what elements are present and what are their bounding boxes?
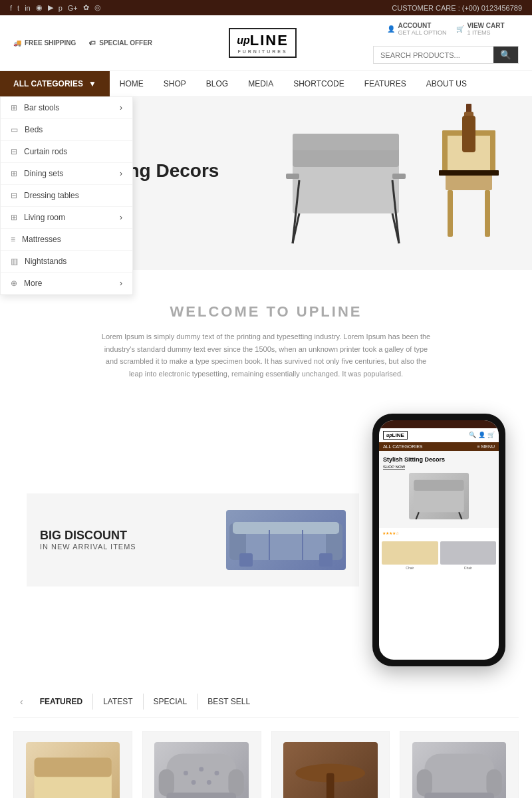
nav-media[interactable]: MEDIA bbox=[238, 71, 283, 96]
nav-features[interactable]: FEATURES bbox=[354, 71, 416, 96]
mobile-topbar bbox=[379, 420, 499, 428]
cart-sub: 1 ITEMS bbox=[467, 29, 504, 36]
dropdown-item-curtain-rods[interactable]: ⊟ Curtain rods bbox=[1, 141, 132, 163]
tab-featured[interactable]: FEATURED bbox=[30, 694, 93, 710]
dropdown-item-bar-stools[interactable]: ⊞ Bar stools › bbox=[1, 97, 132, 119]
search-input[interactable] bbox=[374, 47, 493, 63]
site-logo[interactable]: up LINE FURNITURES bbox=[229, 28, 297, 58]
mobile-product-img-1 bbox=[382, 541, 438, 565]
customer-care: CUSTOMER CARE : (+00) 0123456789 bbox=[392, 4, 522, 12]
header-actions: 👤 ACCOUNT GET ALL OPTION 🛒 VIEW CART 1 I… bbox=[387, 22, 504, 36]
svg-rect-11 bbox=[448, 190, 453, 237]
mobile-shop-now: SHOP NOW bbox=[383, 465, 405, 469]
svg-point-45 bbox=[192, 780, 196, 785]
rss-icon[interactable]: ◉ bbox=[36, 3, 43, 12]
mobile-search-icon: 🔍 bbox=[469, 432, 476, 438]
dropdown-item-beds[interactable]: ▭ Beds bbox=[1, 119, 132, 141]
svg-point-43 bbox=[200, 767, 204, 771]
svg-rect-25 bbox=[233, 522, 339, 534]
mobile-logo-row: upLINE 🔍 👤 🛒 bbox=[379, 428, 499, 442]
pinterest-icon[interactable]: p bbox=[59, 4, 63, 12]
dropdown-item-more[interactable]: ⊕ More › bbox=[1, 273, 132, 295]
dropdown-item-dining-sets[interactable]: ⊞ Dining sets › bbox=[1, 163, 132, 185]
products-nav: ‹ FEATURED LATEST SPECIAL BEST SELL bbox=[13, 693, 519, 718]
social-icons[interactable]: f t in ◉ ▶ p G+ ✿ ◎ bbox=[10, 3, 101, 12]
svg-rect-50 bbox=[424, 753, 494, 796]
category-label: Nightstands bbox=[25, 257, 66, 266]
mobile-products: Chair Chair bbox=[379, 538, 499, 573]
googleplus-icon[interactable]: G+ bbox=[68, 4, 78, 12]
mobile-product-name-1: Chair bbox=[382, 566, 438, 570]
curtain-icon: ⊟ bbox=[11, 147, 17, 156]
header-badges: 🚚 FREE SHIPPING 🏷 SPECIAL OFFER bbox=[13, 39, 152, 47]
special-offer-label: SPECIAL OFFER bbox=[99, 39, 152, 47]
nav-blog[interactable]: BLOG bbox=[196, 71, 238, 96]
linkedin-icon[interactable]: in bbox=[25, 4, 31, 12]
all-categories-button[interactable]: ALL CATEGORIES ▼ bbox=[0, 71, 110, 96]
living-icon: ⊞ bbox=[11, 213, 17, 222]
cart-button[interactable]: 🛒 VIEW CART 1 ITEMS bbox=[456, 22, 504, 36]
product-card[interactable]: ★★★★☆ PENCIL SILVER AND BLACK $76.00 $72… bbox=[400, 731, 519, 798]
mobile-product-1: Chair bbox=[382, 541, 438, 570]
nav-shortcode[interactable]: SHORTCODE bbox=[283, 71, 354, 96]
prev-arrow[interactable]: ‹ bbox=[13, 693, 30, 710]
account-label: ACCOUNT bbox=[398, 22, 446, 29]
account-button[interactable]: 👤 ACCOUNT GET ALL OPTION bbox=[387, 22, 446, 36]
mobile-product-img-2 bbox=[440, 541, 497, 565]
dropdown-item-nightstands[interactable]: ▥ Nightstands bbox=[1, 251, 132, 273]
nightstand-icon: ▥ bbox=[11, 257, 18, 266]
youtube-icon[interactable]: ▶ bbox=[48, 3, 53, 12]
dropdown-item-living-room[interactable]: ⊞ Living room › bbox=[1, 207, 132, 229]
svg-rect-23 bbox=[239, 553, 253, 567]
arrow-right-icon: › bbox=[120, 103, 122, 112]
vine-icon[interactable]: ✿ bbox=[83, 3, 89, 12]
discount-big: BIG DISCOUNT bbox=[40, 529, 213, 543]
special-offer-badge: 🏷 SPECIAL OFFER bbox=[89, 39, 152, 47]
dropdown-item-mattresses[interactable]: ≡ Mattresses bbox=[1, 229, 132, 251]
search-bar[interactable]: 🔍 bbox=[373, 46, 519, 64]
svg-rect-37 bbox=[159, 769, 174, 796]
category-label: Mattresses bbox=[22, 235, 61, 244]
main-nav: ALL CATEGORIES ▼ HOME SHOP BLOG MEDIA SH… bbox=[0, 71, 532, 97]
svg-point-44 bbox=[215, 771, 219, 775]
all-categories-label: ALL CATEGORIES bbox=[13, 79, 83, 88]
mobile-stars-row: ★★★★☆ bbox=[379, 528, 499, 538]
nav-shop[interactable]: SHOP bbox=[154, 71, 196, 96]
product-card[interactable]: ★★★★☆ BLACK WITH WHITE FLOWER $85.00 $80… bbox=[13, 731, 132, 798]
svg-rect-7 bbox=[286, 174, 299, 179]
categories-dropdown: ⊞ Bar stools › ▭ Beds ⊟ Curtain rods ⊞ D… bbox=[0, 96, 133, 295]
products-grid: ★★★★☆ BLACK WITH WHITE FLOWER $85.00 $80… bbox=[13, 731, 519, 798]
svg-rect-29 bbox=[414, 480, 464, 491]
svg-rect-51 bbox=[417, 769, 432, 796]
tag-icon: 🏷 bbox=[89, 39, 96, 47]
mobile-menu-icon: ≡ MENU bbox=[477, 444, 495, 449]
instagram-icon[interactable]: ◎ bbox=[94, 3, 101, 12]
tab-special[interactable]: SPECIAL bbox=[144, 694, 198, 710]
decorative-bottle bbox=[459, 104, 479, 159]
product-card[interactable]: ★★★★☆ AMBIENT BLACK MAXI $115.00 bbox=[271, 731, 390, 798]
mobile-product-name-2: Chair bbox=[440, 566, 497, 570]
sofa-image bbox=[226, 510, 346, 570]
product-thumbnail bbox=[283, 742, 377, 798]
nav-home[interactable]: HOME bbox=[110, 71, 154, 96]
cart-label: VIEW CART bbox=[467, 22, 504, 29]
mobile-chair-img bbox=[409, 473, 469, 519]
twitter-icon[interactable]: t bbox=[17, 4, 19, 12]
product-image bbox=[143, 732, 261, 798]
dropdown-item-dressing-tables[interactable]: ⊟ Dressing tables bbox=[1, 185, 132, 207]
logo-up: up bbox=[237, 35, 250, 47]
tab-best-sell[interactable]: BEST SELL bbox=[198, 694, 260, 710]
tab-latest[interactable]: LATEST bbox=[93, 694, 143, 710]
discount-small: IN NEW ARRIVAL ITEMS bbox=[40, 543, 213, 551]
svg-rect-14 bbox=[490, 130, 495, 174]
svg-rect-12 bbox=[485, 190, 490, 237]
site-header: 🚚 FREE SHIPPING 🏷 SPECIAL OFFER up LINE … bbox=[0, 15, 532, 71]
search-button[interactable]: 🔍 bbox=[493, 47, 518, 63]
product-card[interactable]: ★★★★☆ BLACK DESIGNER BANDEAU $45.00 $40.… bbox=[142, 731, 261, 798]
mobile-product-2: Chair bbox=[440, 541, 497, 570]
product-image bbox=[400, 732, 518, 798]
nav-links: HOME SHOP BLOG MEDIA SHORTCODE FEATURES … bbox=[110, 71, 477, 96]
truck-icon: 🚚 bbox=[13, 39, 21, 47]
facebook-icon[interactable]: f bbox=[10, 4, 12, 12]
nav-about-us[interactable]: ABOUT US bbox=[416, 71, 477, 96]
